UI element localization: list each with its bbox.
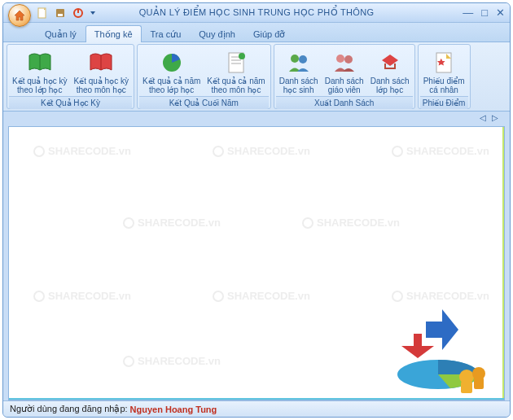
ribbon-group-ketquacuoinam: Kết quả cả năm theo lớp học Kết quả cả n…: [137, 44, 271, 109]
ribbon: Kết quả học kỳ theo lớp học Kết quả học …: [3, 42, 510, 112]
ribbon-group-ketquahocky: Kết quả học kỳ theo lớp học Kết quả học …: [7, 44, 134, 109]
svg-point-14: [344, 55, 353, 63]
btn-kqhk-mon[interactable]: Kết quả học kỳ theo môn học: [70, 46, 131, 96]
svg-point-10: [239, 53, 245, 59]
btn-label: Danh sách giáo viên: [325, 77, 364, 94]
teachers-icon: [331, 50, 357, 76]
btn-label: Kết quả học kỳ theo lớp học: [12, 77, 67, 94]
btn-ds-hocsinh[interactable]: Danh sách học sinh: [276, 46, 322, 96]
tab-quanly[interactable]: Quản lý: [36, 25, 86, 42]
ribbon-group-phieudiem: Phiếu điểm cá nhân Phiếu Điểm: [418, 44, 471, 109]
btn-label: Phiếu điểm cá nhân: [423, 77, 465, 94]
watermark: SHARECODE.vn: [123, 355, 221, 367]
watermark: SHARECODE.vn: [392, 145, 489, 157]
btn-kqcn-mon[interactable]: Kết quả cả năm theo môn học: [204, 46, 268, 96]
status-label: Người dùng đang đăng nhập:: [10, 404, 128, 414]
group-title: Xuất Danh Sách: [276, 96, 413, 109]
users-icon: [286, 50, 312, 76]
watermark: SHARECODE.vn: [213, 145, 310, 157]
btn-ds-lophoc[interactable]: Danh sách lớp học: [367, 46, 413, 96]
tab-thongke[interactable]: Thống kê: [86, 25, 142, 42]
window-controls: — □ ✕: [463, 7, 505, 19]
book-red-icon: [88, 50, 114, 76]
watermark: SHARECODE.vn: [33, 290, 131, 302]
tab-quydinh[interactable]: Quy định: [190, 25, 244, 42]
btn-label: Danh sách học sinh: [279, 77, 318, 94]
svg-rect-21: [474, 378, 484, 389]
svg-rect-15: [436, 53, 451, 72]
book-green-icon: [27, 50, 53, 76]
report-icon: [223, 50, 249, 76]
btn-kqcn-lop[interactable]: Kết quả cả năm theo lớp học: [139, 46, 204, 96]
class-icon: [377, 50, 403, 76]
watermark: SHARECODE.vn: [123, 217, 221, 229]
mdi-nav-arrows[interactable]: ◁ ▷: [480, 113, 500, 122]
home-icon: [13, 9, 26, 22]
btn-label: Kết quả cả năm theo lớp học: [142, 77, 200, 94]
svg-point-11: [291, 55, 299, 63]
btn-phieudiem[interactable]: Phiếu điểm cá nhân: [420, 46, 468, 96]
btn-label: Kết quả cả năm theo môn học: [207, 77, 265, 94]
svg-point-12: [299, 55, 307, 63]
watermark: SHARECODE.vn: [213, 290, 310, 302]
ribbon-group-xuatdanhsach: Danh sách học sinh Danh sách giáo viên D…: [274, 44, 415, 109]
btn-label: Danh sách lớp học: [370, 77, 410, 94]
statusbar: Người dùng đang đăng nhập: Nguyen Hoang …: [3, 400, 510, 417]
tab-giupdo[interactable]: Giúp đỡ: [244, 25, 294, 42]
score-sheet-icon: [431, 50, 457, 76]
svg-rect-19: [461, 382, 472, 393]
tab-tracuu[interactable]: Tra cứu: [142, 25, 191, 42]
border-bottom: [9, 398, 504, 400]
close-button[interactable]: ✕: [496, 7, 505, 19]
group-title: Kết Quả Học Kỳ: [9, 96, 132, 109]
ribbon-tabs: Quản lý Thống kê Tra cứu Quy định Giúp đ…: [3, 23, 510, 42]
minimize-button[interactable]: —: [463, 7, 473, 19]
group-title: Phiếu Điểm: [420, 96, 468, 109]
mdi-client: SHARECODE.vn SHARECODE.vn SHARECODE.vn S…: [8, 126, 505, 400]
window-title: QUẢN LÝ ĐIỂM HỌC SINH TRUNG HỌC PHỔ THÔN…: [3, 7, 510, 18]
content-area: ◁ ▷ SHARECODE.vn SHARECODE.vn SHARECODE.…: [3, 112, 510, 400]
watermark: SHARECODE.vn: [33, 145, 131, 157]
app-window: QUẢN LÝ ĐIỂM HỌC SINH TRUNG HỌC PHỔ THÔN…: [2, 2, 511, 418]
decorative-chart-art: [377, 297, 499, 395]
group-title: Kết Quả Cuối Năm: [139, 96, 269, 109]
svg-point-13: [336, 55, 344, 63]
titlebar: QUẢN LÝ ĐIỂM HỌC SINH TRUNG HỌC PHỔ THÔN…: [3, 3, 510, 23]
border-right: [502, 127, 504, 400]
btn-kqhk-lop[interactable]: Kết quả học kỳ theo lớp học: [9, 46, 70, 96]
btn-label: Kết quả học kỳ theo môn học: [73, 77, 128, 94]
status-username: Nguyen Hoang Tung: [130, 405, 217, 414]
piechart-icon: [159, 50, 185, 76]
btn-ds-giaovien[interactable]: Danh sách giáo viên: [322, 46, 367, 96]
maximize-button[interactable]: □: [481, 7, 488, 19]
app-menu-button[interactable]: [8, 4, 31, 27]
watermark: SHARECODE.vn: [302, 217, 400, 229]
